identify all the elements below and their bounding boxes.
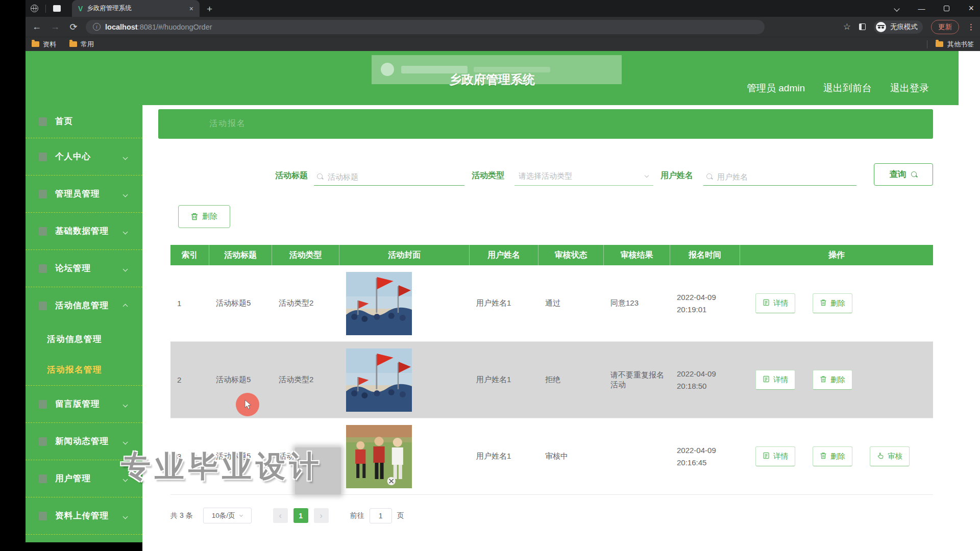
register-time: 20:16:45 — [677, 457, 706, 469]
sidebar-item-label: 活动信息管理 — [55, 300, 109, 311]
new-tab-button[interactable]: + — [207, 4, 212, 17]
audit-button[interactable]: 审核 — [870, 446, 910, 466]
goto-page-input[interactable] — [370, 508, 392, 523]
sidebar-item-基础数据管理[interactable]: 基础数据管理 — [26, 213, 142, 249]
browser-tabbar: V 乡政府管理系统 × + — × — [26, 0, 980, 17]
site-info-icon[interactable]: i — [93, 23, 101, 31]
detail-button-label: 详情 — [773, 298, 788, 308]
cell-index: 1 — [170, 265, 209, 341]
sidebar-item-管理员管理[interactable]: 管理员管理 — [26, 176, 142, 212]
delete-button[interactable]: 删除 — [813, 293, 852, 313]
exit-to-front-link[interactable]: 退出到前台 — [823, 82, 872, 95]
minimize-button[interactable]: — — [918, 5, 925, 13]
back-icon[interactable]: ← — [31, 21, 43, 32]
table-row[interactable]: 2活动标题5活动类型2 用户姓名1拒绝请不要重复报名活动2022-04-0920… — [170, 342, 933, 418]
active-tab[interactable]: V 乡政府管理系统 × — [72, 0, 200, 17]
table-row[interactable]: 1活动标题5活动类型2 用户姓名1通过同意1232022-04-0920:19:… — [170, 265, 933, 342]
url-text: localhost:8081/#/huodongOrder — [105, 23, 212, 31]
reload-icon[interactable]: ⟳ — [67, 21, 80, 33]
page-size-select[interactable]: 10条/页 — [203, 508, 252, 523]
sidebar-item-留言版管理[interactable]: 留言版管理 — [26, 386, 142, 422]
query-button[interactable]: 查询 — [874, 163, 933, 186]
tab-globe[interactable] — [26, 0, 43, 17]
folder-icon — [69, 41, 77, 47]
sidebar-item-论坛管理[interactable]: 论坛管理 — [26, 250, 142, 287]
cell-register-time: 2022-04-0920:18:50 — [670, 342, 740, 418]
sidebar-subitem-活动报名管理[interactable]: 活动报名管理 — [26, 355, 142, 385]
current-page[interactable]: 1 — [293, 508, 308, 523]
sidebar-item-label: 首页 — [55, 116, 73, 127]
mouse-cursor-highlight — [236, 393, 259, 416]
cursor-icon — [242, 399, 253, 410]
delete-button[interactable]: 删除 — [813, 370, 852, 390]
delete-button[interactable]: 删除 — [813, 446, 852, 466]
sidebar-item-首页[interactable]: 首页 — [26, 105, 142, 138]
users-icon — [39, 474, 47, 483]
cell-activity-type: 活动类型2 — [272, 265, 339, 341]
filter-user-label: 用户姓名 — [660, 170, 693, 186]
filter-type-label: 活动类型 — [472, 170, 504, 186]
chevron-down-icon — [124, 399, 127, 409]
user-name-field[interactable] — [717, 172, 855, 181]
bookmark-item[interactable]: 资料 — [32, 40, 56, 49]
menu-dots-icon[interactable]: ⋮ — [967, 22, 975, 32]
sidebar-subitem-活动信息管理[interactable]: 活动信息管理 — [26, 324, 142, 355]
delete-button-label: 删除 — [830, 298, 845, 308]
sidebar-item-活动信息管理[interactable]: 活动信息管理 — [26, 287, 142, 324]
chevron-down-icon — [124, 264, 127, 273]
other-bookmarks[interactable]: 其他书签 — [927, 40, 974, 49]
register-date: 2022-04-09 — [677, 368, 716, 380]
upload-icon — [39, 512, 47, 520]
bookmark-star-icon[interactable]: ☆ — [843, 21, 851, 32]
activity-icon — [39, 302, 47, 310]
cell-audit-status: 审核中 — [538, 418, 604, 494]
cell-audit-result — [604, 418, 670, 494]
sidebar-menu-block: 活动信息管理活动信息管理活动报名管理 — [26, 287, 142, 386]
tab-separator — [45, 5, 46, 13]
prev-page-button[interactable]: ‹ — [273, 508, 288, 523]
sidebar-item-资料上传管理[interactable]: 资料上传管理 — [26, 497, 142, 534]
tab-close-icon[interactable]: × — [189, 5, 193, 13]
cell-cover — [339, 418, 470, 494]
news-icon — [39, 437, 47, 446]
next-page-button[interactable]: › — [314, 508, 329, 523]
column-header-活动封面: 活动封面 — [339, 245, 470, 265]
restore-button[interactable] — [944, 6, 949, 11]
detail-button[interactable]: 详情 — [755, 446, 795, 466]
logout-link[interactable]: 退出登录 — [890, 82, 929, 95]
incognito-badge: 无痕模式 — [874, 20, 923, 34]
column-header-审核结果: 审核结果 — [604, 245, 670, 265]
globe-icon — [31, 5, 38, 12]
activity-title-field[interactable] — [328, 172, 463, 181]
watermark-text: 专业毕业设计 — [121, 447, 323, 487]
sidebar-item-label: 新闻动态管理 — [55, 436, 109, 447]
forward-icon[interactable]: → — [49, 21, 61, 32]
sidebar-item-label: 资料上传管理 — [55, 510, 109, 521]
column-header-用户姓名: 用户姓名 — [470, 245, 538, 265]
activity-type-select[interactable]: 请选择活动类型 — [514, 171, 653, 186]
tab-blank[interactable] — [48, 0, 66, 17]
side-panel-icon[interactable] — [859, 23, 866, 30]
detail-button[interactable]: 详情 — [755, 370, 795, 390]
close-button[interactable]: × — [968, 3, 974, 14]
document-icon — [763, 299, 770, 308]
chevron-down-icon — [124, 227, 127, 236]
window-chevron-icon[interactable] — [894, 6, 900, 11]
address-bar[interactable]: i localhost:8081/#/huodongOrder — [86, 20, 765, 34]
detail-button[interactable]: 详情 — [755, 293, 795, 313]
filter-title-label: 活动标题 — [275, 170, 308, 186]
bookmark-item[interactable]: 常用 — [69, 40, 94, 49]
sidebar-menu-block: 个人中心 — [26, 138, 142, 176]
cell-user-name: 用户姓名1 — [470, 342, 538, 418]
bulk-delete-button[interactable]: 删除 — [178, 205, 230, 228]
urlbar-right: ☆ 无痕模式 更新 ⋮ — [843, 20, 975, 34]
goto-label: 前往 — [350, 511, 364, 520]
update-button[interactable]: 更新 — [931, 20, 959, 34]
user-name-input[interactable] — [703, 172, 856, 186]
activity-title-input[interactable] — [314, 172, 464, 186]
cell-activity-title: 活动标题5 — [209, 265, 272, 341]
column-header-活动类型: 活动类型 — [272, 245, 339, 265]
profile-icon — [39, 153, 47, 161]
cell-audit-status: 通过 — [538, 265, 604, 341]
sidebar-item-个人中心[interactable]: 个人中心 — [26, 138, 142, 175]
